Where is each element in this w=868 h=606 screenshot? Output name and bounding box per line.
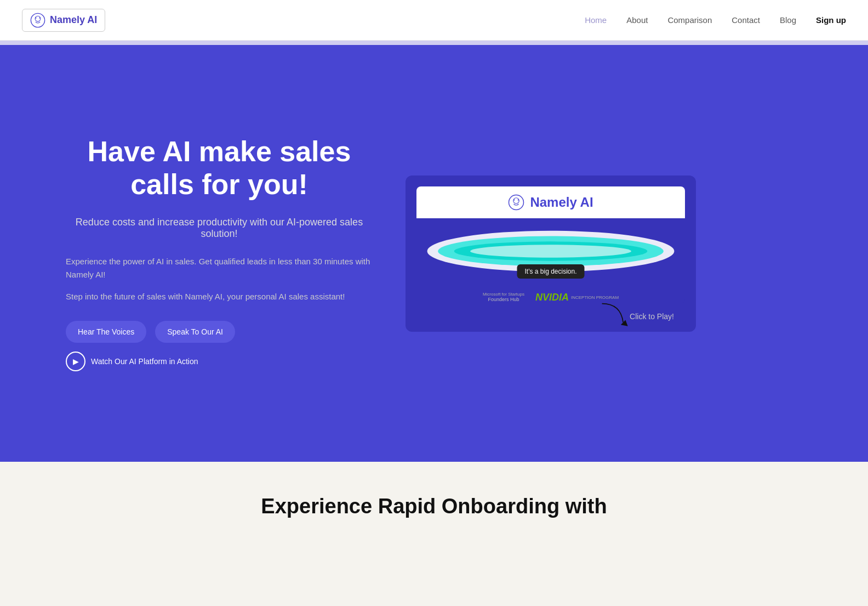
divider-bar	[0, 41, 868, 45]
hero-right: Namely AI It's a big decision. Micros	[406, 175, 696, 332]
watch-label: Watch Our AI Platform in Action	[91, 357, 198, 366]
svg-point-3	[39, 17, 40, 18]
nav-about[interactable]: About	[626, 15, 648, 25]
nav-signup[interactable]: Sign up	[816, 15, 846, 25]
logo-icon	[30, 13, 45, 28]
svg-point-1	[35, 16, 41, 21]
wave-area: It's a big decision.	[416, 218, 685, 284]
hero-section: Have AI make sales calls for you! Reduce…	[0, 45, 868, 462]
speak-ai-button[interactable]: Speak To Our AI	[155, 321, 235, 343]
nav-contact[interactable]: Contact	[732, 15, 760, 25]
nav-comparison[interactable]: Comparison	[667, 15, 712, 25]
svg-point-5	[513, 197, 519, 203]
bottom-section: Experience Rapid Onboarding with	[0, 462, 868, 606]
msft-bottom-text: Founders Hub	[488, 297, 519, 303]
video-logo-bar: Namely AI	[416, 186, 685, 218]
video-logo-text: Namely AI	[530, 195, 593, 210]
svg-point-4	[509, 195, 524, 209]
video-card[interactable]: Namely AI It's a big decision. Micros	[406, 175, 696, 332]
click-to-play-label: Click to Play!	[630, 312, 674, 321]
hear-voices-button[interactable]: Hear The Voices	[66, 321, 146, 343]
navbar: Namely AI Home About Comparison Contact …	[0, 0, 868, 41]
watch-video-link[interactable]: ▶ Watch Our AI Platform in Action	[66, 352, 198, 371]
hero-body2: Step into the future of sales with Namel…	[66, 290, 373, 303]
nvidia-text: NVIDIA	[535, 292, 569, 303]
svg-point-7	[518, 199, 519, 200]
svg-point-0	[31, 13, 44, 27]
nav-home[interactable]: Home	[585, 15, 607, 25]
caption-bubble: It's a big decision.	[517, 264, 584, 279]
microsoft-badge: Microsoft for Startups Founders Hub	[483, 292, 524, 303]
hero-subtitle: Reduce costs and increase productivity w…	[66, 217, 373, 240]
svg-point-6	[514, 199, 515, 200]
logo-text: Namely AI	[50, 14, 97, 26]
play-icon: ▶	[66, 352, 85, 371]
nav-links: Home About Comparison Contact Blog Sign …	[585, 15, 846, 25]
hero-headline: Have AI make sales calls for you!	[66, 135, 373, 201]
hero-body1: Experience the power of AI in sales. Get…	[66, 255, 373, 281]
cta-row: Hear The Voices Speak To Our AI ▶ Watch …	[66, 321, 373, 371]
hero-left: Have AI make sales calls for you! Reduce…	[66, 135, 373, 371]
video-inner: Namely AI It's a big decision. Micros	[416, 186, 685, 303]
svg-point-11	[470, 245, 631, 258]
click-arrow-icon	[597, 299, 630, 332]
video-logo-icon	[508, 194, 524, 211]
svg-point-2	[35, 17, 36, 18]
nav-blog[interactable]: Blog	[780, 15, 796, 25]
sponsors-row: Microsoft for Startups Founders Hub NVID…	[416, 284, 685, 303]
bottom-heading: Experience Rapid Onboarding with	[261, 495, 607, 518]
msft-top-text: Microsoft for Startups	[483, 292, 524, 297]
svg-marker-12	[621, 320, 628, 326]
logo[interactable]: Namely AI	[22, 9, 105, 32]
